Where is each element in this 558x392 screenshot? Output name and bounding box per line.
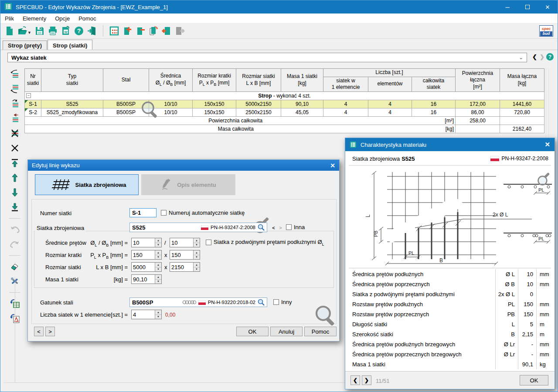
table-cell[interactable]: 10/10 [149,108,193,116]
table-cell[interactable]: 5000x2150 [236,100,281,108]
table-cell[interactable]: 720,80 [500,108,544,116]
exit-icon[interactable] [85,25,99,37]
wykaz-help-icon[interactable]: ? [546,53,554,61]
material-prev-icon[interactable]: ❮ [350,375,360,385]
menu-elementy[interactable]: Elementy [18,15,51,22]
open-dropdown-icon[interactable]: ▼ [27,30,31,35]
table-cell[interactable]: 172,00 [456,100,500,108]
table-cell[interactable]: 4 [368,108,412,116]
remove-element-icon[interactable] [134,25,147,37]
wykaz-selector[interactable]: Wykaz siatek ⌄ [7,53,527,62]
table-cell[interactable]: 4 [323,108,368,116]
dialog-title-bar[interactable]: Edytuj linię wykazu ✕ [28,160,339,171]
table-cell[interactable]: S-2 [25,108,41,116]
eraser-icon[interactable] [10,262,20,271]
export-word-icon[interactable]: W [59,25,72,37]
table-row[interactable]: S-2S525_zmodyfikowanaB500SP10/10150x1502… [25,108,544,116]
material-ok-button[interactable]: OK [520,375,548,385]
paste-line-icon[interactable] [10,114,20,123]
minimize-icon[interactable]: ─ [497,0,517,14]
table-cell[interactable]: 1441,60 [500,100,544,108]
next-line-button[interactable]: > [45,327,55,336]
table-cell[interactable]: 150x150 [193,108,236,116]
search-icon[interactable] [258,299,265,306]
save-icon[interactable] [33,25,46,37]
tab-strop-prety[interactable]: Strop (pręty) [3,41,47,50]
help-icon[interactable]: ? [72,25,85,37]
dialog-close-icon[interactable]: ✕ [330,162,335,169]
menu-pomoc[interactable]: Pomoc [74,15,100,22]
ol-spinner[interactable]: 10▲▼ [131,238,162,247]
table-cell[interactable]: 10/10 [149,100,193,108]
table-cell[interactable]: B500SP [103,108,149,116]
inna-checkbox[interactable]: Inna [286,224,305,230]
menu-opcje[interactable]: Opcje [51,15,74,22]
table-cell[interactable]: 86,00 [456,108,500,116]
ok-button[interactable]: OK [236,327,269,336]
table-cell[interactable]: 90,10 [281,100,323,108]
numer-siatki-input[interactable]: S-1 [129,208,157,217]
move-top-icon[interactable] [10,158,20,168]
group-row[interactable]: − Strop - wykonać 4 szt. [25,91,544,100]
inny-checkbox[interactable]: Inny [273,299,292,305]
move-up-icon[interactable] [10,173,20,182]
table-cell[interactable]: 4 [323,100,368,108]
search-icon[interactable] [258,224,265,231]
siatka-prev-icon[interactable]: < [270,224,277,231]
cancel-button[interactable]: Anuluj [270,327,303,336]
move-bottom-icon[interactable] [10,203,20,212]
pb-spinner[interactable]: 150▲▼ [170,250,200,260]
material-next-icon[interactable]: ❯ [362,375,371,385]
table-cell[interactable]: 45,05 [281,108,323,116]
material-close-icon[interactable]: ✕ [544,141,550,149]
siatka-typ-input[interactable]: S525 PN-H-93247-2:2008 [129,223,267,232]
dialog-tab-opis[interactable]: Opis elementu [141,174,235,195]
menu-plik[interactable]: Plik [0,15,18,22]
table-cell[interactable]: S525_zmodyfikowana [41,108,103,116]
siatka-next-icon[interactable]: > [277,224,284,231]
table-grid-icon[interactable] [108,25,121,37]
wykaz-prev-icon[interactable]: ❮ [532,54,537,60]
dialog-tab-siatka[interactable]: Siatka zbrojeniowa [35,174,139,195]
copy-element-icon[interactable] [147,25,160,37]
add-element-icon[interactable] [121,25,134,37]
gatunek-stali-input[interactable]: B500SP PN-H-93220:2018-02 [129,297,267,307]
table-cell[interactable]: 2500x2150 [236,108,281,116]
insert-line-above-icon[interactable] [10,69,20,79]
move-down-icon[interactable] [10,188,20,197]
undo-icon[interactable] [10,225,20,234]
close-icon[interactable]: ✕ [538,0,558,14]
wykaz-next-icon[interactable]: ❯ [540,54,544,60]
replace-line-icon[interactable] [10,99,20,108]
numeruj-automatycznie-checkbox[interactable]: Numeruj automatycznie siatkę [161,210,245,216]
collapse-icon[interactable]: − [26,93,31,98]
pl-spinner[interactable]: 150▲▼ [131,250,162,260]
masa-spinner[interactable]: 90,10▲▼ [131,274,162,284]
chevron-down-icon[interactable]: ⌄ [519,54,523,61]
table-row[interactable]: S-1S525B500SP10/10150x1505000x215090,104… [25,100,544,108]
material-title-bar[interactable]: Charakterystyka materiału ✕ [345,138,555,151]
liczba-spinner[interactable]: 4▲▼ [131,310,162,319]
table-cell[interactable]: B500SP [103,100,149,108]
new-document-icon[interactable] [3,25,16,37]
table-cell[interactable]: S525 [41,100,103,108]
maximize-icon[interactable] [517,0,538,14]
import-element-icon[interactable] [160,25,173,37]
tab-strop-siatki[interactable]: Strop (siatki) [48,40,92,50]
export-element-icon[interactable] [173,25,186,37]
delete-icon[interactable] [10,143,20,153]
ob-spinner[interactable]: 10▲▼ [170,238,200,247]
insert-line-below-icon[interactable] [10,84,20,94]
table-cell[interactable]: 16 [412,100,456,108]
prev-line-button[interactable]: < [34,327,44,336]
l-spinner[interactable]: 5000▲▼ [131,262,162,272]
table-cell[interactable]: 4 [368,100,412,108]
table-cell[interactable]: 150x150 [193,100,236,108]
help-button[interactable]: Pomoc [304,327,337,336]
podwojne-prety-checkbox[interactable]: Siatka z podwójnymi prętami podłużnymi Ø… [206,239,324,247]
delete-line-icon[interactable] [10,128,20,138]
b-spinner[interactable]: 2150▲▼ [170,262,200,272]
print-icon[interactable] [46,25,59,37]
table-cell[interactable]: 16 [412,108,456,116]
table-cell[interactable]: S-1 [25,100,41,108]
